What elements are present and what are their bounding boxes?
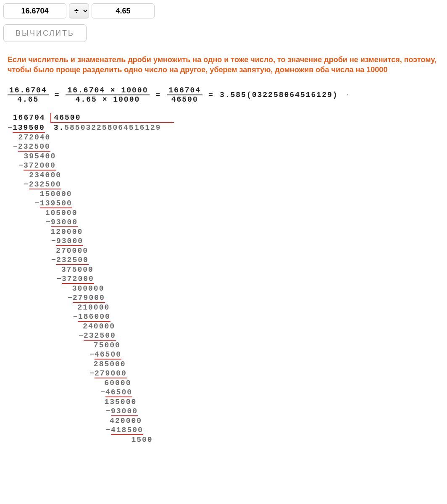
fraction-1: 16.6704 4.65 (8, 86, 49, 104)
long-division-step: 232500 (18, 142, 50, 152)
long-division-step: 1500 (131, 436, 153, 444)
long-division-step: 232500 (56, 256, 89, 265)
fraction-1-numerator: 16.6704 (8, 86, 49, 95)
long-division-step: 372000 (62, 275, 94, 284)
long-division-step: 279000 (73, 294, 105, 303)
long-division-step: 285000 (94, 360, 126, 368)
fraction-3-numerator: 166704 (167, 86, 202, 95)
long-division-step: 420000 (110, 417, 142, 425)
equals-sign: = (155, 91, 161, 99)
calculate-button[interactable]: ВЫЧИСЛИТЬ (3, 24, 87, 42)
long-division-step: 210000 (77, 303, 110, 312)
long-division-step: 232500 (84, 331, 116, 341)
fraction-3: 166704 46500 (167, 86, 202, 104)
long-division-step: 279000 (95, 369, 127, 378)
long-division-step: 139500 (13, 123, 45, 133)
long-division-step: 105000 (45, 209, 78, 217)
explanation-text: Если числитель и знаменатель дроби умнож… (3, 55, 444, 75)
long-division-step: 46500 (95, 350, 121, 360)
long-division-step: 60000 (104, 379, 131, 387)
quotient-integer: 3. (54, 123, 65, 132)
equals-sign: = (208, 91, 214, 99)
result-value: 3.585(032258064516129) (220, 91, 338, 99)
fraction-2-numerator: 16.6704 × 10000 (66, 86, 150, 95)
long-division-step: 46500 (105, 388, 132, 397)
long-division-step: 232500 (29, 180, 61, 189)
long-division-step: 240000 (83, 322, 115, 331)
long-division-step: 375000 (61, 265, 94, 274)
fraction-2: 16.6704 × 10000 4.65 × 10000 (66, 86, 150, 104)
equals-sign: = (55, 91, 60, 99)
long-division-step: 75000 (94, 341, 121, 349)
long-division-step: 139500 (40, 199, 72, 208)
long-division-work: 166704 46500−139500 3.585032258064516129… (3, 113, 444, 445)
operand-a-input[interactable] (3, 3, 66, 18)
operand-b-input[interactable] (92, 3, 155, 18)
long-division-step: 234000 (29, 171, 61, 179)
fraction-3-denominator: 46500 (170, 95, 200, 104)
trailing-dot: · (344, 91, 350, 99)
long-division-step: 418500 (111, 426, 143, 435)
long-division-step: 135000 (104, 398, 137, 406)
long-division-step: 270000 (56, 247, 88, 255)
fraction-1-denominator: 4.65 (16, 95, 40, 104)
operator-select[interactable]: ÷ (69, 3, 89, 18)
long-division-step: 272040 (18, 133, 51, 142)
quotient-decimals: 585032258064516129 (64, 123, 161, 132)
long-division-step: 186000 (78, 312, 110, 322)
fraction-2-denominator: 4.65 × 10000 (74, 95, 142, 104)
long-division-step: 120000 (50, 228, 83, 236)
divisor: 46500 (50, 113, 174, 123)
long-division-step: 93000 (111, 407, 138, 416)
long-division-step: 395400 (24, 152, 56, 160)
long-division-step: 372000 (24, 161, 56, 171)
long-division-step: 93000 (56, 237, 83, 246)
dividend: 166704 (8, 113, 50, 123)
long-division-step: 300000 (72, 284, 105, 293)
long-division-step: 150000 (40, 190, 72, 198)
fraction-equation: 16.6704 4.65 = 16.6704 × 10000 4.65 × 10… (3, 86, 444, 104)
long-division-step: 93000 (51, 218, 78, 227)
